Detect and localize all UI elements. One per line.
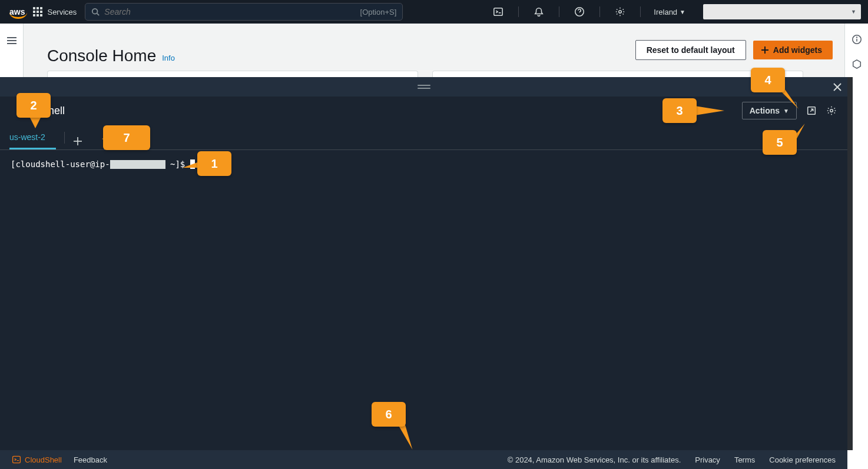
callout-5: 5	[763, 130, 797, 155]
widget-cards-peek	[47, 71, 803, 77]
tab-us-west-2[interactable]: us-west-2	[9, 127, 56, 149]
settings-nav-button[interactable]	[608, 0, 632, 24]
bell-icon	[534, 6, 544, 17]
search-input[interactable]	[104, 7, 360, 16]
caret-down-icon: ▼	[783, 108, 789, 114]
panel-close-button[interactable]	[827, 77, 847, 97]
callout-7: 7	[103, 125, 150, 150]
rail-info-button[interactable]	[852, 34, 862, 45]
add-widgets-button[interactable]: Add widgets	[753, 41, 833, 59]
services-menu-button[interactable]: Services	[33, 7, 77, 16]
close-icon	[833, 82, 842, 92]
svg-point-4	[619, 11, 622, 14]
footer-cloudshell-button[interactable]: CloudShell	[12, 455, 62, 464]
drag-handle-icon	[418, 85, 430, 89]
external-icon	[806, 105, 817, 116]
footer: CloudShell Feedback © 2024, Amazon Web S…	[0, 450, 847, 469]
open-new-window-button[interactable]	[806, 105, 817, 116]
terminal[interactable]: [cloudshell-user@ip- ~]$	[0, 150, 847, 450]
terminal-prompt: [cloudshell-user@ip- ~]$	[11, 159, 847, 169]
caret-down-icon: ▼	[680, 9, 685, 15]
grid-icon	[33, 7, 42, 16]
top-nav: aws Services [Option+S] Ireland ▼	[0, 0, 868, 24]
search-shortcut: [Option+S]	[360, 8, 397, 16]
callout-3: 3	[662, 98, 697, 123]
cloudshell-nav-button[interactable]	[486, 0, 510, 24]
account-menu[interactable]	[703, 4, 861, 19]
help-button[interactable]	[568, 0, 591, 24]
terminal-icon	[493, 6, 503, 17]
sidebar-toggle[interactable]	[0, 24, 24, 77]
panel-drag-bar[interactable]	[0, 77, 847, 97]
add-tab-button[interactable]	[73, 137, 82, 149]
cloudshell-settings-button[interactable]	[826, 105, 837, 116]
callout-1: 1	[197, 151, 231, 176]
svg-line-1	[97, 14, 100, 16]
console-home-header: Console Home Info Reset to default layou…	[0, 24, 868, 77]
gear-icon	[615, 6, 625, 17]
reset-layout-button[interactable]: Reset to default layout	[635, 40, 746, 60]
plus-icon	[73, 137, 82, 146]
search-icon	[91, 8, 100, 16]
svg-point-0	[92, 9, 98, 14]
terminal-icon	[12, 455, 21, 464]
info-circle-icon	[852, 34, 862, 45]
notifications-button[interactable]	[527, 0, 551, 24]
help-icon	[574, 6, 585, 17]
right-help-rail	[844, 24, 868, 77]
footer-feedback-link[interactable]: Feedback	[74, 455, 107, 464]
info-link[interactable]: Info	[162, 54, 175, 62]
global-search[interactable]: [Option+S]	[85, 3, 403, 21]
callout-6: 6	[372, 402, 406, 427]
services-label: Services	[47, 8, 77, 16]
footer-terms-link[interactable]: Terms	[734, 455, 755, 464]
svg-marker-10	[853, 60, 860, 68]
plus-icon	[760, 45, 770, 55]
page-title: Console Home	[47, 46, 156, 65]
svg-point-9	[856, 37, 857, 38]
scrollbar[interactable]	[847, 77, 853, 450]
callout-2: 2	[16, 93, 51, 118]
footer-copyright: © 2024, Amazon Web Services, Inc. or its…	[508, 455, 681, 464]
gear-icon	[826, 105, 837, 116]
region-label: Ireland	[654, 8, 677, 16]
aws-logo[interactable]: aws	[9, 7, 25, 16]
svg-point-14	[830, 109, 833, 112]
rail-hex-button[interactable]	[852, 59, 862, 69]
footer-privacy-link[interactable]: Privacy	[695, 455, 720, 464]
hexagon-icon	[852, 59, 862, 69]
hamburger-icon	[7, 35, 16, 46]
region-selector[interactable]: Ireland ▼	[649, 0, 690, 24]
callout-4: 4	[751, 68, 785, 92]
footer-cookies-link[interactable]: Cookie preferences	[769, 455, 836, 464]
redacted-ip	[110, 160, 165, 169]
